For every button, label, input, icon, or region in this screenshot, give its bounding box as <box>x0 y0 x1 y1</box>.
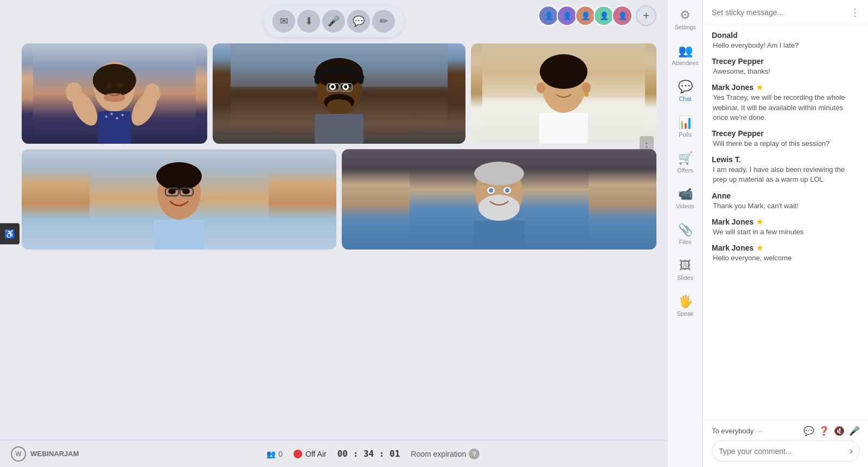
speak-icon: 🖐 <box>678 295 693 309</box>
svg-point-44 <box>168 189 176 194</box>
svg-point-34 <box>540 54 588 89</box>
send-button[interactable]: › <box>850 445 853 457</box>
video-cell-1 <box>22 43 207 144</box>
ellipsis-icon: ··· <box>757 427 763 435</box>
svg-point-14 <box>117 83 123 88</box>
sidebar-item-slides[interactable]: 🖼 Slides <box>671 253 700 286</box>
svg-point-30 <box>327 99 351 112</box>
video-row-top: ⋮ <box>22 43 656 144</box>
message-5: Lewis T. I am ready. I have also been re… <box>712 155 860 184</box>
chat-more-button[interactable]: ⋮ <box>850 7 860 18</box>
svg-rect-49 <box>154 220 205 250</box>
offers-icon: 🛒 <box>678 151 693 165</box>
message-3: Mark Jones ★ Yes Tracey, we will be reco… <box>712 83 860 123</box>
chat-nav-icon: 💬 <box>678 80 693 94</box>
app-container: ✉ ⬇ 🎤 💬 ✏ 👤 👤 👤 👤 👤 + <box>0 0 868 467</box>
svg-point-37 <box>584 92 589 97</box>
message-text-5: I am ready. I have also been reviewing t… <box>712 165 860 184</box>
sidebar-item-videos[interactable]: 📹 Videos <box>671 182 700 215</box>
accessibility-button[interactable]: ♿ <box>0 223 20 244</box>
svg-point-24 <box>344 85 347 88</box>
mic-footer-button[interactable]: 🎤 <box>849 426 860 436</box>
chat-panel: ⋮ Donald Hello everybody! Am I late? Tre… <box>703 0 868 467</box>
files-icon: 📎 <box>678 223 693 237</box>
message-6: Anne Thank you Mark, can't wait! <box>712 191 860 211</box>
svg-point-6 <box>111 113 113 115</box>
svg-point-53 <box>478 195 520 221</box>
message-7: Mark Jones ★ We will start in a few minu… <box>712 217 860 237</box>
to-everybody-label: To everybody <box>712 427 754 435</box>
chat-button[interactable]: 💬 <box>347 10 370 33</box>
message-author-5: Lewis T. <box>712 155 860 164</box>
sidebar-item-chat[interactable]: 💬 Chat <box>671 74 700 107</box>
timer: 00 : 34 : 01 <box>337 449 400 459</box>
video-overlay-3 <box>471 43 656 144</box>
sticky-message-input[interactable] <box>712 8 850 17</box>
svg-point-35 <box>537 82 545 93</box>
polls-icon: 📊 <box>678 116 693 130</box>
logo-icon: W <box>11 446 26 462</box>
message-text-1: Hello everybody! Am I late? <box>712 41 860 50</box>
video-cell-3 <box>471 43 656 144</box>
comment-input[interactable] <box>719 447 850 456</box>
svg-point-56 <box>489 188 493 193</box>
host-star-3: ★ <box>756 83 763 92</box>
webinarjam-logo: W WEBINARJAM <box>11 446 79 462</box>
svg-point-39 <box>566 82 574 87</box>
svg-point-23 <box>331 85 334 88</box>
to-everybody-row: To everybody ··· 💬 ❓ 🔇 🎤 <box>712 426 860 436</box>
main-area: ✉ ⬇ 🎤 💬 ✏ 👤 👤 👤 👤 👤 + <box>0 0 667 467</box>
sidebar-item-attendees[interactable]: 👥 Attendees <box>671 39 700 72</box>
question-icon-button[interactable]: ❓ <box>819 426 829 436</box>
settings-label: Settings <box>674 24 696 30</box>
chat-icon-button[interactable]: 💬 <box>803 426 814 436</box>
video-cell-4 <box>22 149 336 250</box>
avatar-3: 👤 <box>575 5 596 26</box>
status-section: 👥 0 Off Air 00 : 34 : 01 Room expiration… <box>90 449 656 459</box>
settings-icon: ⚙ <box>680 8 691 22</box>
files-label: Files <box>679 239 691 245</box>
download-button[interactable]: ⬇ <box>297 10 320 33</box>
sidebar-item-settings[interactable]: ⚙ Settings <box>671 3 700 36</box>
message-text-7: We will start in a few minutes <box>712 227 860 237</box>
sidebar-item-polls[interactable]: 📊 Polls <box>671 110 700 143</box>
off-air-button[interactable]: Off Air <box>293 450 327 458</box>
edit-button[interactable]: ✏ <box>372 10 395 33</box>
mail-button[interactable]: ✉ <box>272 10 295 33</box>
svg-rect-29 <box>315 114 363 144</box>
attendee-number: 0 <box>278 450 283 458</box>
svg-rect-58 <box>474 221 525 250</box>
sidebar-item-files[interactable]: 📎 Files <box>671 217 700 251</box>
slides-label: Slides <box>677 274 693 281</box>
video-overlay-2 <box>213 43 465 144</box>
message-author-4: Trecey Pepper <box>712 129 860 138</box>
footer-icons: 💬 ❓ 🔇 🎤 <box>803 426 860 436</box>
videos-icon: 📹 <box>678 187 693 201</box>
svg-point-7 <box>116 117 118 119</box>
polls-label: Polls <box>679 131 692 138</box>
chat-label: Chat <box>679 95 691 102</box>
toolbar: ✉ ⬇ 🎤 💬 ✏ <box>264 5 404 37</box>
attendee-icon: 👥 <box>266 450 276 458</box>
message-text-4: Will there be a replay of this session? <box>712 139 860 149</box>
red-dot <box>293 450 302 458</box>
svg-point-38 <box>553 82 561 87</box>
message-text-3: Yes Tracey, we will be recording the who… <box>712 93 860 123</box>
message-4: Trecey Pepper Will there be a replay of … <box>712 129 860 149</box>
attendees-icon: 👥 <box>678 44 693 58</box>
sidebar-item-speak[interactable]: 🖐 Speak <box>671 289 700 322</box>
video-cell-2 <box>213 43 465 144</box>
svg-point-2 <box>93 64 136 97</box>
status-bar: W WEBINARJAM 👥 0 Off Air 00 : 34 : 01 Ro… <box>0 440 667 467</box>
sidebar-layout: ⚙ Settings 👥 Attendees 💬 Chat 📊 Polls 🛒 <box>668 0 868 467</box>
video-overlay-5 <box>342 149 656 250</box>
svg-point-43 <box>156 162 202 190</box>
chat-messages: Donald Hello everybody! Am I late? Trece… <box>703 25 868 420</box>
volume-icon-button[interactable]: 🔇 <box>834 426 845 436</box>
add-attendee-button[interactable]: + <box>636 5 656 26</box>
message-author-6: Anne <box>712 191 860 200</box>
message-8: Mark Jones ★ Hello everyone, welcome <box>712 244 860 263</box>
mic-button[interactable]: 🎤 <box>322 10 345 33</box>
message-author-1: Donald <box>712 31 860 40</box>
sidebar-item-offers[interactable]: 🛒 Offers <box>671 146 700 179</box>
